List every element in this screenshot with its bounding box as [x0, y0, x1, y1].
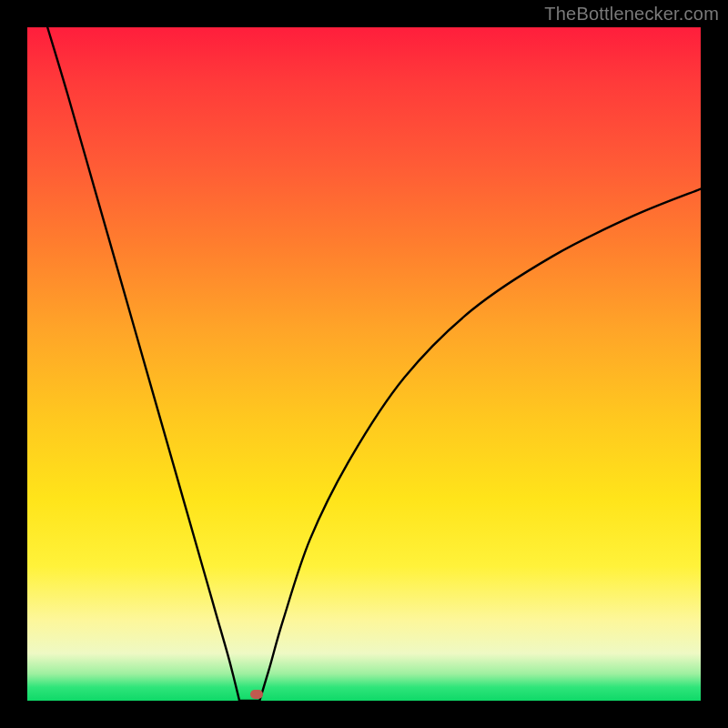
bottleneck-curve	[27, 27, 701, 701]
curve-path	[47, 27, 701, 703]
plot-area	[27, 27, 701, 701]
chart-frame: TheBottlenecker.com	[0, 0, 728, 728]
optimum-marker	[250, 690, 263, 699]
watermark-text: TheBottlenecker.com	[544, 4, 719, 25]
